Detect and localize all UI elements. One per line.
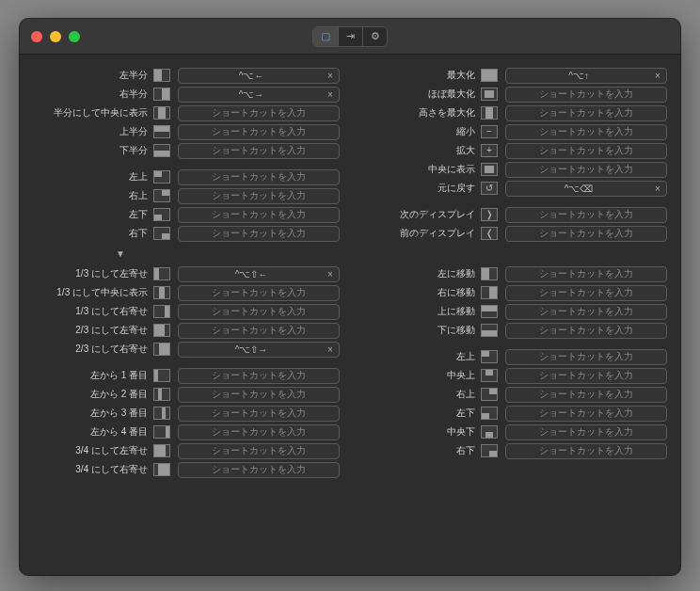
shortcut-input-third-fourth[interactable]: ショートカットを入力 (178, 406, 340, 422)
shortcut-input-last-two-thirds[interactable]: ^⌥⇧→× (178, 342, 340, 358)
shortcut-value: ショートカットを入力 (179, 125, 339, 138)
clear-icon[interactable]: × (324, 343, 337, 356)
shortcut-row-top-right: 右上ショートカットを入力 (33, 186, 340, 205)
shortcut-input-bottom-left[interactable]: ショートカットを入力 (178, 207, 340, 223)
label-center-half: 半分にして中央に表示 (33, 106, 153, 120)
shortcut-value: ショートカットを入力 (506, 227, 666, 240)
shortcut-value: ^⌥⌫ (506, 184, 651, 194)
shortcut-input-restore[interactable]: ^⌥⌫× (505, 181, 667, 197)
shortcut-input-first-two-thirds[interactable]: ショートカットを入力 (178, 323, 340, 339)
zoom-icon[interactable] (69, 31, 80, 42)
shortcut-input-move-up[interactable]: ショートカットを入力 (505, 304, 667, 320)
shortcut-row-almost-maximize: ほぼ最大化ショートカットを入力 (360, 85, 667, 104)
shortcut-input-first-fourth[interactable]: ショートカットを入力 (178, 368, 340, 384)
clear-icon[interactable]: × (324, 88, 337, 101)
label-sixth-bc: 中央下 (360, 425, 481, 439)
shortcut-row-restore: 元に戻す↺^⌥⌫× (360, 179, 667, 198)
first-three-fourths-icon (153, 444, 170, 457)
shortcut-value: ショートカットを入力 (179, 106, 339, 120)
shortcut-input-last-three-fourths[interactable]: ショートカットを入力 (178, 462, 340, 478)
shortcut-input-first-third[interactable]: ^⌥⇧←× (178, 266, 340, 282)
shortcut-input-maximize-height[interactable]: ショートカットを入力 (505, 105, 667, 121)
shortcut-input-next-display[interactable]: ショートカットを入力 (505, 207, 667, 223)
label-sixth-br: 右下 (360, 444, 481, 457)
shortcut-input-smaller[interactable]: ショートカットを入力 (505, 124, 667, 140)
center-icon (481, 163, 498, 176)
shortcut-input-almost-maximize[interactable]: ショートカットを入力 (505, 87, 667, 103)
sixth-bc-icon (481, 425, 498, 439)
tab-settings[interactable]: ⚙ (362, 27, 387, 46)
label-first-two-thirds: 2/3 にして左寄せ (33, 324, 153, 337)
last-two-thirds-icon (153, 343, 170, 356)
shortcut-input-sixth-tl[interactable]: ショートカットを入力 (505, 349, 667, 365)
label-top-left: 左上 (33, 170, 153, 184)
shortcut-row-larger: 拡大+ショートカットを入力 (360, 141, 667, 160)
label-sixth-tl: 左上 (360, 350, 481, 363)
shortcut-input-center-half[interactable]: ショートカットを入力 (178, 105, 340, 121)
shortcut-input-maximize[interactable]: ^⌥↑× (505, 68, 667, 84)
shortcut-row-sixth-tr: 右上ショートカットを入力 (360, 385, 667, 404)
shortcut-row-first-third: 1/3 にして左寄せ^⌥⇧←× (33, 264, 340, 283)
minimize-icon[interactable] (50, 31, 61, 42)
shortcut-input-top-right[interactable]: ショートカットを入力 (178, 188, 340, 204)
label-move-down: 下に移動 (360, 324, 481, 337)
second-fourth-icon (153, 388, 170, 401)
label-first-fourth: 左から 1 番目 (33, 369, 153, 382)
shortcut-input-move-left[interactable]: ショートカットを入力 (505, 266, 667, 282)
first-third-icon (153, 267, 170, 280)
shortcut-input-center-third[interactable]: ショートカットを入力 (178, 285, 340, 301)
clear-icon[interactable]: × (324, 69, 337, 82)
shortcut-row-bottom-right: 右下ショートカットを入力 (33, 224, 340, 243)
shortcut-input-sixth-br[interactable]: ショートカットを入力 (505, 443, 667, 459)
shortcut-input-sixth-bl[interactable]: ショートカットを入力 (505, 406, 667, 422)
shortcut-input-bottom-right[interactable]: ショートカットを入力 (178, 226, 340, 242)
shortcut-value: ショートカットを入力 (179, 286, 339, 299)
shortcut-input-prev-display[interactable]: ショートカットを入力 (505, 226, 667, 242)
shortcut-input-sixth-tr[interactable]: ショートカットを入力 (505, 387, 667, 403)
sixth-tr-icon (481, 388, 498, 401)
shortcut-input-top-left[interactable]: ショートカットを入力 (178, 169, 340, 185)
disclosure-toggle[interactable]: ▼ (116, 248, 667, 259)
shortcut-input-fourth-fourth[interactable]: ショートカットを入力 (178, 424, 340, 440)
shortcut-row-move-up: 上に移動ショートカットを入力 (360, 302, 667, 321)
move-down-icon (481, 324, 498, 337)
titlebar: ▢ ⇥ ⚙ (20, 19, 680, 55)
shortcut-row-first-two-thirds: 2/3 にして左寄せショートカットを入力 (33, 321, 340, 340)
sixth-tc-icon (481, 369, 498, 382)
shortcut-input-larger[interactable]: ショートカットを入力 (505, 143, 667, 159)
sixth-br-icon (481, 444, 498, 457)
tab-snapping[interactable]: ⇥ (338, 27, 362, 46)
move-left-icon (481, 267, 498, 280)
shortcut-input-move-down[interactable]: ショートカットを入力 (505, 323, 667, 339)
shortcut-value: ショートカットを入力 (506, 163, 666, 176)
clear-icon[interactable]: × (324, 267, 337, 280)
shortcut-input-last-third[interactable]: ショートカットを入力 (178, 304, 340, 320)
shortcut-row-second-fourth: 左から 2 番目ショートカットを入力 (33, 385, 340, 404)
shortcut-input-move-right[interactable]: ショートカットを入力 (505, 285, 667, 301)
shortcut-input-sixth-bc[interactable]: ショートカットを入力 (505, 424, 667, 440)
preferences-window: ▢ ⇥ ⚙ 左半分^⌥←×右半分^⌥→×半分にして中央に表示ショートカットを入力… (20, 19, 680, 575)
label-first-third: 1/3 にして左寄せ (33, 267, 153, 280)
first-two-thirds-icon (153, 324, 170, 337)
shortcut-input-top-half[interactable]: ショートカットを入力 (178, 124, 340, 140)
shortcut-row-top-half: 上半分ショートカットを入力 (33, 122, 340, 141)
shortcut-input-center[interactable]: ショートカットを入力 (505, 162, 667, 178)
shortcut-row-center-half: 半分にして中央に表示ショートカットを入力 (33, 104, 340, 122)
shortcut-row-next-display: 次のディスプレイ❭ショートカットを入力 (360, 205, 667, 224)
last-third-icon (153, 305, 170, 318)
clear-icon[interactable]: × (651, 182, 664, 195)
shortcut-input-second-fourth[interactable]: ショートカットを入力 (178, 387, 340, 403)
clear-icon[interactable]: × (651, 69, 664, 82)
smaller-icon: − (481, 125, 498, 138)
shortcut-input-right-half[interactable]: ^⌥→× (178, 87, 340, 103)
shortcut-input-left-half[interactable]: ^⌥←× (178, 68, 340, 84)
tab-positions[interactable]: ▢ (313, 27, 338, 46)
shortcut-input-sixth-tc[interactable]: ショートカットを入力 (505, 368, 667, 384)
shortcut-input-bottom-half[interactable]: ショートカットを入力 (178, 143, 340, 159)
shortcut-row-move-right: 右に移動ショートカットを入力 (360, 283, 667, 302)
shortcut-value: ショートカットを入力 (179, 369, 339, 382)
label-top-right: 右上 (33, 189, 153, 202)
shortcut-input-first-three-fourths[interactable]: ショートカットを入力 (178, 443, 340, 459)
shortcut-value: ^⌥→ (179, 89, 324, 100)
close-icon[interactable] (31, 31, 42, 42)
